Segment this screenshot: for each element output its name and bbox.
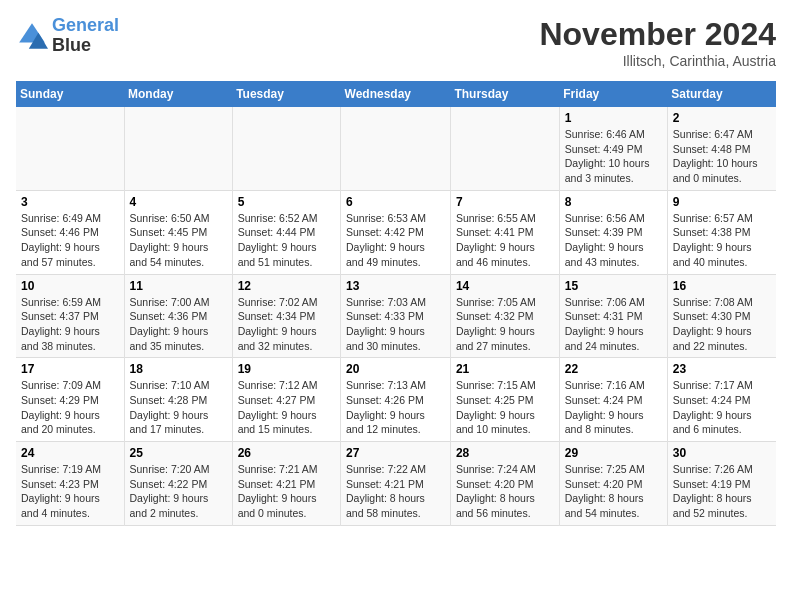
calendar-cell: 18Sunrise: 7:10 AM Sunset: 4:28 PM Dayli… — [124, 358, 232, 442]
calendar-cell: 17Sunrise: 7:09 AM Sunset: 4:29 PM Dayli… — [16, 358, 124, 442]
day-number: 10 — [21, 279, 119, 293]
day-number: 1 — [565, 111, 662, 125]
calendar-week-5: 24Sunrise: 7:19 AM Sunset: 4:23 PM Dayli… — [16, 442, 776, 526]
day-number: 20 — [346, 362, 445, 376]
calendar-week-2: 3Sunrise: 6:49 AM Sunset: 4:46 PM Daylig… — [16, 190, 776, 274]
calendar-week-4: 17Sunrise: 7:09 AM Sunset: 4:29 PM Dayli… — [16, 358, 776, 442]
month-title: November 2024 — [539, 16, 776, 53]
day-number: 12 — [238, 279, 335, 293]
day-number: 13 — [346, 279, 445, 293]
day-info: Sunrise: 7:13 AM Sunset: 4:26 PM Dayligh… — [346, 378, 445, 437]
day-number: 30 — [673, 446, 771, 460]
calendar-cell: 8Sunrise: 6:56 AM Sunset: 4:39 PM Daylig… — [559, 190, 667, 274]
calendar-cell: 4Sunrise: 6:50 AM Sunset: 4:45 PM Daylig… — [124, 190, 232, 274]
day-info: Sunrise: 7:09 AM Sunset: 4:29 PM Dayligh… — [21, 378, 119, 437]
day-info: Sunrise: 7:10 AM Sunset: 4:28 PM Dayligh… — [130, 378, 227, 437]
calendar-cell — [232, 107, 340, 190]
header-sunday: Sunday — [16, 81, 124, 107]
logo-icon — [16, 20, 48, 52]
day-number: 3 — [21, 195, 119, 209]
calendar-cell: 2Sunrise: 6:47 AM Sunset: 4:48 PM Daylig… — [667, 107, 776, 190]
day-number: 27 — [346, 446, 445, 460]
day-info: Sunrise: 7:02 AM Sunset: 4:34 PM Dayligh… — [238, 295, 335, 354]
day-info: Sunrise: 6:57 AM Sunset: 4:38 PM Dayligh… — [673, 211, 771, 270]
day-number: 23 — [673, 362, 771, 376]
header-wednesday: Wednesday — [341, 81, 451, 107]
day-info: Sunrise: 7:25 AM Sunset: 4:20 PM Dayligh… — [565, 462, 662, 521]
day-number: 7 — [456, 195, 554, 209]
day-number: 17 — [21, 362, 119, 376]
calendar-cell: 11Sunrise: 7:00 AM Sunset: 4:36 PM Dayli… — [124, 274, 232, 358]
day-info: Sunrise: 6:50 AM Sunset: 4:45 PM Dayligh… — [130, 211, 227, 270]
calendar-table: SundayMondayTuesdayWednesdayThursdayFrid… — [16, 81, 776, 526]
day-info: Sunrise: 7:21 AM Sunset: 4:21 PM Dayligh… — [238, 462, 335, 521]
calendar-cell: 19Sunrise: 7:12 AM Sunset: 4:27 PM Dayli… — [232, 358, 340, 442]
calendar-cell — [341, 107, 451, 190]
calendar-cell: 16Sunrise: 7:08 AM Sunset: 4:30 PM Dayli… — [667, 274, 776, 358]
title-area: November 2024 Illitsch, Carinthia, Austr… — [539, 16, 776, 69]
day-info: Sunrise: 7:03 AM Sunset: 4:33 PM Dayligh… — [346, 295, 445, 354]
location-subtitle: Illitsch, Carinthia, Austria — [539, 53, 776, 69]
calendar-cell: 3Sunrise: 6:49 AM Sunset: 4:46 PM Daylig… — [16, 190, 124, 274]
calendar-cell: 20Sunrise: 7:13 AM Sunset: 4:26 PM Dayli… — [341, 358, 451, 442]
calendar-week-1: 1Sunrise: 6:46 AM Sunset: 4:49 PM Daylig… — [16, 107, 776, 190]
day-info: Sunrise: 7:15 AM Sunset: 4:25 PM Dayligh… — [456, 378, 554, 437]
calendar-cell — [124, 107, 232, 190]
calendar-cell: 7Sunrise: 6:55 AM Sunset: 4:41 PM Daylig… — [450, 190, 559, 274]
header-tuesday: Tuesday — [232, 81, 340, 107]
header-friday: Friday — [559, 81, 667, 107]
day-info: Sunrise: 7:26 AM Sunset: 4:19 PM Dayligh… — [673, 462, 771, 521]
day-info: Sunrise: 7:05 AM Sunset: 4:32 PM Dayligh… — [456, 295, 554, 354]
day-number: 26 — [238, 446, 335, 460]
day-info: Sunrise: 7:08 AM Sunset: 4:30 PM Dayligh… — [673, 295, 771, 354]
day-number: 5 — [238, 195, 335, 209]
day-info: Sunrise: 6:56 AM Sunset: 4:39 PM Dayligh… — [565, 211, 662, 270]
calendar-cell: 1Sunrise: 6:46 AM Sunset: 4:49 PM Daylig… — [559, 107, 667, 190]
calendar-cell — [16, 107, 124, 190]
day-info: Sunrise: 6:46 AM Sunset: 4:49 PM Dayligh… — [565, 127, 662, 186]
day-number: 18 — [130, 362, 227, 376]
calendar-cell: 22Sunrise: 7:16 AM Sunset: 4:24 PM Dayli… — [559, 358, 667, 442]
calendar-cell: 5Sunrise: 6:52 AM Sunset: 4:44 PM Daylig… — [232, 190, 340, 274]
calendar-cell: 15Sunrise: 7:06 AM Sunset: 4:31 PM Dayli… — [559, 274, 667, 358]
calendar-cell: 9Sunrise: 6:57 AM Sunset: 4:38 PM Daylig… — [667, 190, 776, 274]
calendar-cell: 28Sunrise: 7:24 AM Sunset: 4:20 PM Dayli… — [450, 442, 559, 526]
day-info: Sunrise: 7:00 AM Sunset: 4:36 PM Dayligh… — [130, 295, 227, 354]
day-number: 8 — [565, 195, 662, 209]
header-monday: Monday — [124, 81, 232, 107]
logo: General Blue — [16, 16, 119, 56]
day-info: Sunrise: 7:06 AM Sunset: 4:31 PM Dayligh… — [565, 295, 662, 354]
day-number: 25 — [130, 446, 227, 460]
page-header: General Blue November 2024 Illitsch, Car… — [16, 16, 776, 69]
day-number: 15 — [565, 279, 662, 293]
day-number: 4 — [130, 195, 227, 209]
calendar-cell: 24Sunrise: 7:19 AM Sunset: 4:23 PM Dayli… — [16, 442, 124, 526]
day-number: 6 — [346, 195, 445, 209]
day-info: Sunrise: 6:55 AM Sunset: 4:41 PM Dayligh… — [456, 211, 554, 270]
day-number: 21 — [456, 362, 554, 376]
calendar-cell: 13Sunrise: 7:03 AM Sunset: 4:33 PM Dayli… — [341, 274, 451, 358]
day-info: Sunrise: 6:52 AM Sunset: 4:44 PM Dayligh… — [238, 211, 335, 270]
day-info: Sunrise: 6:49 AM Sunset: 4:46 PM Dayligh… — [21, 211, 119, 270]
calendar-cell: 30Sunrise: 7:26 AM Sunset: 4:19 PM Dayli… — [667, 442, 776, 526]
day-info: Sunrise: 7:24 AM Sunset: 4:20 PM Dayligh… — [456, 462, 554, 521]
calendar-cell: 6Sunrise: 6:53 AM Sunset: 4:42 PM Daylig… — [341, 190, 451, 274]
day-number: 2 — [673, 111, 771, 125]
calendar-cell — [450, 107, 559, 190]
day-number: 29 — [565, 446, 662, 460]
calendar-cell: 29Sunrise: 7:25 AM Sunset: 4:20 PM Dayli… — [559, 442, 667, 526]
day-number: 24 — [21, 446, 119, 460]
calendar-week-3: 10Sunrise: 6:59 AM Sunset: 4:37 PM Dayli… — [16, 274, 776, 358]
day-number: 22 — [565, 362, 662, 376]
day-info: Sunrise: 7:22 AM Sunset: 4:21 PM Dayligh… — [346, 462, 445, 521]
logo-text: General Blue — [52, 16, 119, 56]
day-number: 19 — [238, 362, 335, 376]
calendar-cell: 27Sunrise: 7:22 AM Sunset: 4:21 PM Dayli… — [341, 442, 451, 526]
day-info: Sunrise: 6:47 AM Sunset: 4:48 PM Dayligh… — [673, 127, 771, 186]
header-saturday: Saturday — [667, 81, 776, 107]
calendar-header-row: SundayMondayTuesdayWednesdayThursdayFrid… — [16, 81, 776, 107]
calendar-cell: 14Sunrise: 7:05 AM Sunset: 4:32 PM Dayli… — [450, 274, 559, 358]
calendar-cell: 12Sunrise: 7:02 AM Sunset: 4:34 PM Dayli… — [232, 274, 340, 358]
day-number: 9 — [673, 195, 771, 209]
header-thursday: Thursday — [450, 81, 559, 107]
